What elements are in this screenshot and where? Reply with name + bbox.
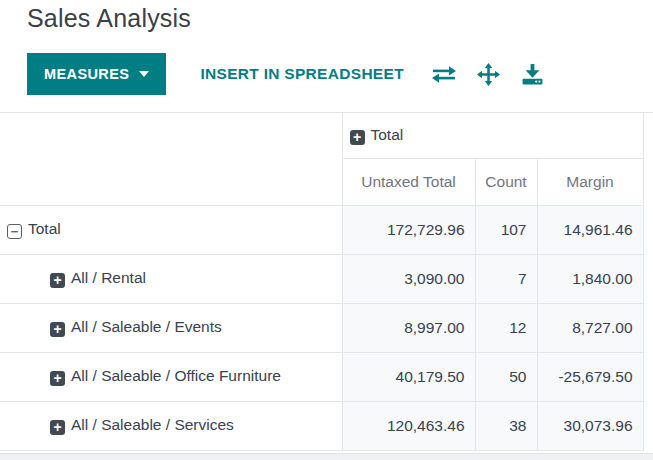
expand-column-icon[interactable]: + [350, 130, 365, 145]
row-header[interactable]: +All / Saleable / Services [0, 401, 342, 450]
pivot-value-cell: 50 [475, 352, 537, 401]
pivot-row: +All / Saleable / Office Furniture40,179… [0, 352, 643, 401]
expand-all-button[interactable] [477, 63, 500, 86]
expand-row-icon[interactable]: + [50, 322, 65, 337]
pivot-value-cell: 7 [475, 254, 537, 303]
row-header[interactable]: +All / Rental [0, 254, 342, 303]
measure-header-untaxed-total[interactable]: Untaxed Total [342, 158, 475, 205]
measures-button-label: MEASURES [44, 66, 129, 82]
download-xlsx-button[interactable] [521, 63, 544, 86]
expand-row-icon[interactable]: + [50, 420, 65, 435]
pivot-value-cell: 3,090.00 [342, 254, 475, 303]
next-row-partial [0, 453, 653, 460]
pivot-value-cell: 8,727.00 [537, 303, 643, 352]
row-label: All / Saleable / Services [71, 416, 234, 433]
row-label: All / Saleable / Office Furniture [71, 367, 281, 384]
pivot-value-cell: 120,463.46 [342, 401, 475, 450]
page-title: Sales Analysis [27, 4, 191, 33]
pivot-table-container: +Total Untaxed TotalCountMargin −Total17… [0, 112, 653, 451]
pivot-corner-cell [0, 113, 342, 205]
insert-in-spreadsheet-button[interactable]: INSERT IN SPREADSHEET [200, 65, 404, 83]
arrows-move-icon [477, 63, 500, 86]
pivot-row: +All / Saleable / Events8,997.00128,727.… [0, 303, 643, 352]
pivot-value-cell: 172,729.96 [342, 205, 475, 254]
row-label: Total [28, 220, 61, 237]
row-header[interactable]: +All / Saleable / Events [0, 303, 342, 352]
row-header[interactable]: −Total [0, 205, 342, 254]
pivot-value-cell: 38 [475, 401, 537, 450]
column-group-total-header[interactable]: +Total [342, 113, 643, 158]
chevron-down-icon [139, 71, 149, 77]
measure-header-count[interactable]: Count [475, 158, 537, 205]
pivot-row: +All / Rental3,090.0071,840.00 [0, 254, 643, 303]
row-header[interactable]: +All / Saleable / Office Furniture [0, 352, 342, 401]
toolbar: MEASURES INSERT IN SPREADSHEET [27, 53, 544, 95]
row-label: All / Rental [71, 269, 146, 286]
measure-header-margin[interactable]: Margin [537, 158, 643, 205]
pivot-row: −Total172,729.9610714,961.46 [0, 205, 643, 254]
pivot-value-cell: 40,179.50 [342, 352, 475, 401]
download-icon [521, 63, 544, 86]
column-group-label: Total [371, 126, 404, 143]
flip-axis-icon [430, 65, 458, 84]
pivot-view: Sales Analysis MEASURES INSERT IN SPREAD… [0, 0, 653, 460]
pivot-value-cell: 1,840.00 [537, 254, 643, 303]
pivot-value-cell: 14,961.46 [537, 205, 643, 254]
pivot-value-cell: 8,997.00 [342, 303, 475, 352]
pivot-table: +Total Untaxed TotalCountMargin −Total17… [0, 113, 644, 451]
expand-row-icon[interactable]: + [50, 371, 65, 386]
pivot-value-cell: 107 [475, 205, 537, 254]
pivot-value-cell: -25,679.50 [537, 352, 643, 401]
pivot-value-cell: 30,073.96 [537, 401, 643, 450]
expand-row-icon[interactable]: + [50, 273, 65, 288]
pivot-row: +All / Saleable / Services120,463.463830… [0, 401, 643, 450]
pivot-value-cell: 12 [475, 303, 537, 352]
measures-button[interactable]: MEASURES [27, 53, 166, 95]
column-group-row: +Total [0, 113, 643, 158]
flip-axis-button[interactable] [430, 65, 458, 84]
row-label: All / Saleable / Events [71, 318, 222, 335]
collapse-row-icon[interactable]: − [7, 224, 22, 239]
